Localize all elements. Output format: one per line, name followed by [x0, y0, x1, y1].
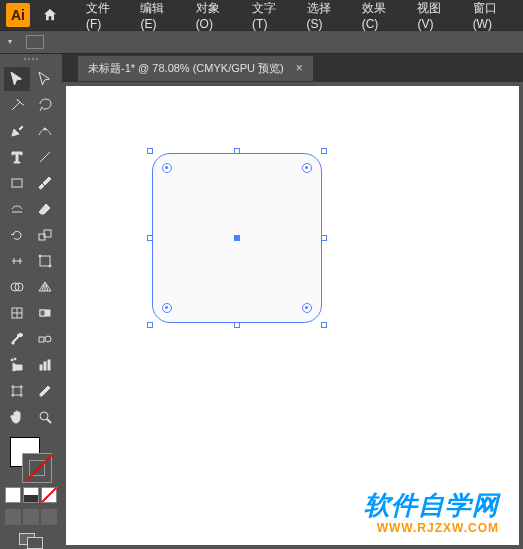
paintbrush-tool[interactable]: [32, 171, 58, 195]
hand-tool[interactable]: [4, 405, 30, 429]
type-tool[interactable]: [4, 145, 30, 169]
menu-type[interactable]: 文字(T): [244, 0, 298, 31]
canvas-container: 软件自学网 WWW.RJZXW.COM: [62, 82, 523, 549]
svg-point-13: [45, 336, 51, 342]
main-area: 未标题-1* @ 78.08% (CMYK/GPU 预览) ×: [0, 54, 523, 549]
mesh-tool[interactable]: [4, 301, 30, 325]
width-tool[interactable]: [4, 249, 30, 273]
control-swatch[interactable]: [26, 35, 44, 49]
fill-stroke-control[interactable]: [6, 437, 56, 482]
document-tab-bar: 未标题-1* @ 78.08% (CMYK/GPU 预览) ×: [62, 54, 523, 82]
svg-point-15: [14, 358, 16, 360]
color-mode-solid[interactable]: [5, 487, 21, 503]
rectangle-tool[interactable]: [4, 171, 30, 195]
document-tab-label: 未标题-1* @ 78.08% (CMYK/GPU 预览): [88, 61, 284, 76]
svg-rect-4: [40, 256, 50, 266]
watermark-title: 软件自学网: [364, 488, 499, 523]
color-mode-row: [5, 487, 57, 503]
canvas[interactable]: 软件自学网 WWW.RJZXW.COM: [66, 86, 519, 545]
pen-tool[interactable]: [4, 119, 30, 143]
toolbar: [0, 54, 62, 549]
column-graph-tool[interactable]: [32, 353, 58, 377]
free-transform-tool[interactable]: [32, 249, 58, 273]
selected-shape[interactable]: [152, 153, 322, 323]
menu-window[interactable]: 窗口(W): [465, 0, 523, 31]
draw-behind[interactable]: [23, 509, 39, 525]
zoom-tool[interactable]: [32, 405, 58, 429]
svg-rect-17: [44, 362, 46, 370]
menu-file[interactable]: 文件(F): [78, 0, 132, 31]
svg-point-20: [40, 412, 48, 420]
menu-view[interactable]: 视图(V): [409, 0, 464, 31]
workspace: 未标题-1* @ 78.08% (CMYK/GPU 预览) ×: [62, 54, 523, 549]
svg-point-14: [11, 359, 13, 361]
scale-tool[interactable]: [32, 223, 58, 247]
svg-point-5: [39, 255, 41, 257]
handle-top-middle[interactable]: [234, 148, 240, 154]
tool-grid: [4, 67, 58, 429]
close-icon[interactable]: ×: [296, 61, 303, 75]
toolbar-drag-handle[interactable]: [11, 58, 51, 63]
handle-top-left[interactable]: [147, 148, 153, 154]
color-mode-gradient[interactable]: [23, 487, 39, 503]
eyedropper-tool[interactable]: [4, 327, 30, 351]
control-bar: ▾: [0, 30, 523, 54]
draw-inside[interactable]: [41, 509, 57, 525]
magic-wand-tool[interactable]: [4, 93, 30, 117]
svg-rect-16: [40, 365, 42, 370]
symbol-sprayer-tool[interactable]: [4, 353, 30, 377]
menu-select[interactable]: 选择(S): [299, 0, 354, 31]
color-mode-none[interactable]: [41, 487, 57, 503]
slice-tool[interactable]: [32, 379, 58, 403]
handle-bottom-left[interactable]: [147, 322, 153, 328]
handle-top-right[interactable]: [321, 148, 327, 154]
document-tab[interactable]: 未标题-1* @ 78.08% (CMYK/GPU 预览) ×: [78, 56, 313, 81]
rotate-tool[interactable]: [4, 223, 30, 247]
center-point[interactable]: [234, 235, 240, 241]
menu-bar: 文件(F) 编辑(E) 对象(O) 文字(T) 选择(S) 效果(C) 视图(V…: [78, 0, 523, 31]
menu-object[interactable]: 对象(O): [188, 0, 244, 31]
selection-tool[interactable]: [4, 67, 30, 91]
svg-rect-1: [12, 179, 22, 187]
svg-rect-12: [39, 337, 44, 342]
shape-builder-tool[interactable]: [4, 275, 30, 299]
watermark-url: WWW.RJZXW.COM: [364, 521, 499, 535]
direct-selection-tool[interactable]: [32, 67, 58, 91]
home-icon[interactable]: [42, 7, 58, 23]
gradient-tool[interactable]: [32, 301, 58, 325]
handle-middle-left[interactable]: [147, 235, 153, 241]
curvature-tool[interactable]: [32, 119, 58, 143]
title-bar: Ai 文件(F) 编辑(E) 对象(O) 文字(T) 选择(S) 效果(C) 视…: [0, 0, 523, 30]
svg-rect-18: [48, 360, 50, 370]
artboard-tool[interactable]: [4, 379, 30, 403]
draw-normal[interactable]: [5, 509, 21, 525]
menu-effect[interactable]: 效果(C): [354, 0, 410, 31]
selection-bounding-box: [150, 151, 324, 325]
handle-middle-right[interactable]: [321, 235, 327, 241]
blend-tool[interactable]: [32, 327, 58, 351]
line-segment-tool[interactable]: [32, 145, 58, 169]
svg-point-0: [44, 128, 46, 130]
shaper-tool[interactable]: [4, 197, 30, 221]
app-logo[interactable]: Ai: [6, 3, 30, 27]
control-dropdown-icon[interactable]: ▾: [8, 37, 18, 47]
handle-bottom-right[interactable]: [321, 322, 327, 328]
perspective-grid-tool[interactable]: [32, 275, 58, 299]
screen-mode-icon[interactable]: [19, 533, 43, 549]
draw-mode-row: [5, 509, 57, 525]
handle-bottom-middle[interactable]: [234, 322, 240, 328]
svg-rect-19: [13, 387, 21, 395]
svg-point-6: [49, 265, 51, 267]
eraser-tool[interactable]: [32, 197, 58, 221]
svg-rect-11: [40, 310, 45, 316]
watermark: 软件自学网 WWW.RJZXW.COM: [364, 488, 499, 535]
lasso-tool[interactable]: [32, 93, 58, 117]
menu-edit[interactable]: 编辑(E): [132, 0, 187, 31]
